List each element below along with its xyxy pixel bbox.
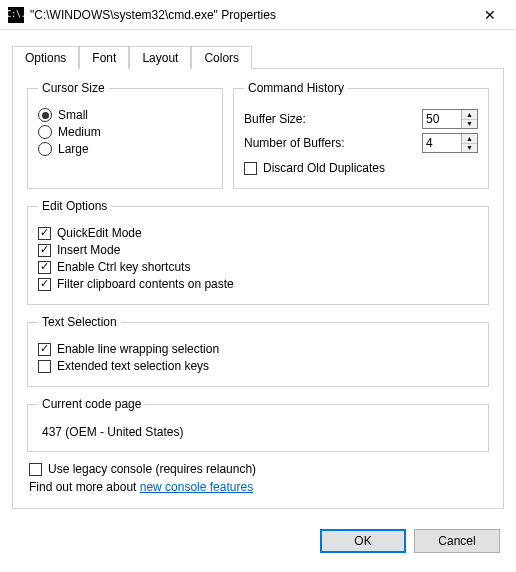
buffer-size-label: Buffer Size:: [244, 112, 306, 126]
radio-icon: [38, 125, 52, 139]
checkbox-label: Enable Ctrl key shortcuts: [57, 260, 190, 274]
checkbox-label: Extended text selection keys: [57, 359, 209, 373]
checkbox-label: Enable line wrapping selection: [57, 342, 219, 356]
checkbox-icon: [38, 227, 51, 240]
insert-mode-checkbox[interactable]: Insert Mode: [38, 243, 478, 257]
command-history-group: Command History Buffer Size: ▲ ▼ Number …: [233, 81, 489, 189]
cursor-size-small[interactable]: Small: [38, 108, 212, 122]
learn-more-prefix: Find out more about: [29, 480, 140, 494]
tab-layout[interactable]: Layout: [129, 46, 191, 69]
code-page-legend: Current code page: [38, 397, 145, 411]
tab-colors[interactable]: Colors: [191, 46, 252, 69]
checkbox-label: Filter clipboard contents on paste: [57, 277, 234, 291]
num-buffers-label: Number of Buffers:: [244, 136, 345, 150]
discard-duplicates-checkbox[interactable]: Discard Old Duplicates: [244, 161, 478, 175]
checkbox-label: Discard Old Duplicates: [263, 161, 385, 175]
spin-up-icon[interactable]: ▲: [462, 110, 477, 120]
learn-more-row: Find out more about new console features: [29, 480, 489, 494]
radio-label: Large: [58, 142, 89, 156]
checkbox-icon: [29, 463, 42, 476]
num-buffers-spinner[interactable]: ▲ ▼: [422, 133, 478, 153]
checkbox-icon: [38, 244, 51, 257]
code-page-value: 437 (OEM - United States): [42, 425, 478, 439]
checkbox-icon: [244, 162, 257, 175]
line-wrapping-checkbox[interactable]: Enable line wrapping selection: [38, 342, 478, 356]
tab-font[interactable]: Font: [79, 46, 129, 69]
titlebar: C:\. "C:\WINDOWS\system32\cmd.exe" Prope…: [0, 0, 516, 30]
tab-strip: Options Font Layout Colors: [12, 46, 504, 69]
checkbox-icon: [38, 278, 51, 291]
extended-selection-checkbox[interactable]: Extended text selection keys: [38, 359, 478, 373]
command-history-legend: Command History: [244, 81, 348, 95]
edit-options-legend: Edit Options: [38, 199, 111, 213]
close-button[interactable]: ✕: [468, 1, 512, 29]
spin-down-icon[interactable]: ▼: [462, 144, 477, 153]
window-title: "C:\WINDOWS\system32\cmd.exe" Properties: [30, 8, 468, 22]
radio-icon: [38, 108, 52, 122]
checkbox-icon: [38, 360, 51, 373]
code-page-group: Current code page 437 (OEM - United Stat…: [27, 397, 489, 452]
app-icon: C:\.: [8, 7, 24, 23]
filter-clipboard-checkbox[interactable]: Filter clipboard contents on paste: [38, 277, 478, 291]
checkbox-label: Use legacy console (requires relaunch): [48, 462, 256, 476]
buffer-size-input[interactable]: [423, 110, 461, 128]
num-buffers-input[interactable]: [423, 134, 461, 152]
radio-label: Small: [58, 108, 88, 122]
cursor-size-large[interactable]: Large: [38, 142, 212, 156]
radio-icon: [38, 142, 52, 156]
new-console-features-link[interactable]: new console features: [140, 480, 253, 494]
checkbox-icon: [38, 261, 51, 274]
dialog-button-bar: OK Cancel: [0, 519, 516, 565]
spin-down-icon[interactable]: ▼: [462, 120, 477, 129]
text-selection-legend: Text Selection: [38, 315, 121, 329]
quickedit-checkbox[interactable]: QuickEdit Mode: [38, 226, 478, 240]
spin-up-icon[interactable]: ▲: [462, 134, 477, 144]
edit-options-group: Edit Options QuickEdit Mode Insert Mode …: [27, 199, 489, 305]
ctrl-shortcuts-checkbox[interactable]: Enable Ctrl key shortcuts: [38, 260, 478, 274]
checkbox-icon: [38, 343, 51, 356]
legacy-console-checkbox[interactable]: Use legacy console (requires relaunch): [29, 462, 489, 476]
tab-options[interactable]: Options: [12, 46, 79, 69]
cursor-size-medium[interactable]: Medium: [38, 125, 212, 139]
ok-button[interactable]: OK: [320, 529, 406, 553]
checkbox-label: QuickEdit Mode: [57, 226, 142, 240]
cursor-size-group: Cursor Size Small Medium Large: [27, 81, 223, 189]
radio-label: Medium: [58, 125, 101, 139]
checkbox-label: Insert Mode: [57, 243, 120, 257]
cancel-button[interactable]: Cancel: [414, 529, 500, 553]
cursor-size-legend: Cursor Size: [38, 81, 109, 95]
buffer-size-spinner[interactable]: ▲ ▼: [422, 109, 478, 129]
text-selection-group: Text Selection Enable line wrapping sele…: [27, 315, 489, 387]
tab-panel-options: Cursor Size Small Medium Large Command H…: [12, 68, 504, 509]
